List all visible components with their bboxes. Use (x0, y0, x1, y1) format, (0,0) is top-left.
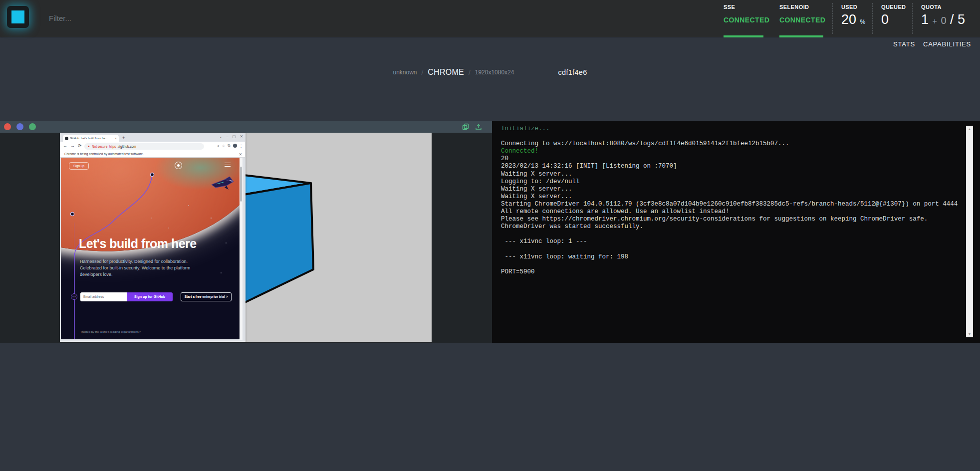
sse-status: SSE CONNECTED (724, 0, 769, 37)
remote-window-bottom-frame (60, 339, 245, 341)
window-maximize-icon: ▢ (233, 134, 236, 139)
scroll-down-icon[interactable]: ▼ (967, 332, 973, 336)
quota-label: QUOTA (921, 4, 976, 10)
log-line: Connected! (501, 148, 960, 155)
session-id[interactable]: cdf1f4e6 (558, 68, 587, 76)
used-value: 20 % (841, 12, 869, 27)
log-line: Please see https://chromedriver.chromium… (501, 216, 960, 223)
used-status: USED 20 % (841, 0, 869, 37)
vnc-screen[interactable]: GitHub: Let's build from he... × + ⌄ – ▢… (60, 133, 432, 342)
tab-close-icon: × (115, 137, 117, 140)
tab-capabilities[interactable]: CAPABILITIES (923, 40, 971, 48)
log-line: 20 (501, 155, 960, 163)
minimize-traffic-light-icon[interactable] (16, 123, 23, 130)
reload-icon: ⟳ (78, 143, 82, 148)
queued-status: QUEUED 0 (881, 0, 909, 37)
automation-infobar-text: Chrome is being controlled by automated … (64, 152, 144, 156)
log-line: Waiting X server... (501, 171, 960, 178)
remote-browser-window: GitHub: Let's build from he... × + ⌄ – ▢… (60, 133, 245, 342)
log-line: Waiting X server... (501, 186, 960, 193)
url-https-strikethrough: https (109, 145, 116, 148)
window-minimize-icon: – (226, 134, 228, 139)
hero-trusted-text: Trusted by the world's leading organizat… (80, 330, 141, 333)
window-menu-icon: ⌄ (219, 134, 222, 139)
separator: / (422, 69, 424, 76)
hero-enterprise-trial-button: Start a free enterprise trial > (181, 292, 232, 301)
panel-tabs: STATS CAPABILITIES (893, 40, 971, 48)
log-line: --- x11vnc loop: waiting for: 198 (501, 253, 960, 261)
forward-icon: → (70, 143, 75, 148)
log-line (501, 231, 960, 238)
remote-address-field: ▲ Not secure https ://github.com (84, 143, 204, 150)
remote-nav-icons: ← → ⟳ (63, 143, 82, 148)
remote-tab-title: GitHub: Let's build from he... (70, 137, 113, 140)
hero-signup-github-button: Sign up for GitHub (127, 292, 173, 301)
tab-search-icon: ⧉ (228, 143, 230, 148)
log-line: Logging to: /dev/null (501, 178, 960, 186)
quota-status: QUOTA 1 + 0 / 5 (921, 0, 976, 37)
log-line: --- x11vnc loop: 1 --- (501, 238, 960, 245)
separator: / (469, 69, 471, 76)
window-close-icon: ✕ (240, 134, 243, 139)
vnc-panel: GitHub: Let's build from he... × + ⌄ – ▢… (0, 121, 492, 343)
vnc-header (0, 121, 492, 133)
log-line: 2023/02/13 14:32:16 [INIT] [Listening on… (501, 163, 960, 170)
divider (832, 3, 833, 34)
github-logo-icon (175, 162, 182, 169)
scroll-up-icon[interactable]: ▲ (967, 127, 973, 131)
back-icon: ← (63, 143, 67, 148)
close-traffic-light-icon[interactable] (4, 123, 11, 130)
session-row[interactable]: unknown / CHROME / 1920x1080x24 cdf1f4e6 (0, 68, 980, 77)
remote-browser-action-icons: < ☆ ⧉ ⋮ (217, 143, 243, 148)
remote-page-scrollbar (240, 158, 243, 340)
url-domain: ://github.com (117, 145, 136, 148)
session-browser-info: unknown / CHROME / 1920x1080x24 (393, 68, 514, 77)
used-label: USED (841, 4, 869, 10)
profile-avatar-icon (233, 144, 237, 148)
log-line: Starting ChromeDriver 104.0.5112.79 (3cf… (501, 201, 960, 208)
share-icon: < (217, 144, 219, 148)
bookmark-star-icon: ☆ (222, 144, 225, 148)
quota-value: 1 + 0 / 5 (921, 12, 976, 27)
automation-infobar: Chrome is being controlled by automated … (60, 151, 245, 158)
sse-underline (724, 35, 763, 37)
selenoid-label: SELENOID (779, 4, 827, 10)
selenoid-underline (779, 35, 823, 37)
log-line (501, 133, 960, 140)
selenoid-value: CONNECTED (779, 16, 827, 24)
upload-icon[interactable] (475, 123, 482, 130)
filter-input[interactable] (48, 10, 208, 26)
screen-resolution: 1920x1080x24 (475, 69, 514, 76)
sse-value: CONNECTED (724, 16, 769, 24)
main-area: GitHub: Let's build from he... × + ⌄ – ▢… (0, 121, 980, 343)
queued-label: QUEUED (881, 4, 909, 10)
branch-vertical-line (74, 223, 74, 340)
log-scrollbar[interactable]: ▲ ▼ (966, 126, 973, 337)
fullscreen-traffic-light-icon[interactable] (29, 123, 36, 130)
not-secure-label: Not secure (92, 145, 107, 148)
session-log-panel: Initialize... Connecting to ws://localho… (492, 121, 980, 343)
github-hero-page: Sign up Let's build from here Harnessed … (61, 158, 243, 340)
browser-version: unknown (393, 69, 417, 76)
log-line: PORT=5900 (501, 268, 960, 276)
log-line: Initialize... (501, 125, 960, 133)
log-line (501, 246, 960, 253)
remote-browser-tab: GitHub: Let's build from he... × (63, 135, 119, 142)
top-bar: SSE CONNECTED SELENOID CONNECTED USED 20… (0, 0, 980, 37)
github-favicon-icon (65, 137, 68, 140)
divider (872, 3, 873, 34)
hero-heading: Let's build from here (79, 236, 197, 251)
divider (912, 3, 913, 34)
log-output[interactable]: Initialize... Connecting to ws://localho… (501, 125, 960, 276)
vnc-body: GitHub: Let's build from he... × + ⌄ – ▢… (0, 133, 492, 343)
selenoid-status: SELENOID CONNECTED (779, 0, 827, 37)
queued-value: 0 (881, 12, 909, 27)
log-line: ChromeDriver was started successfully. (501, 223, 960, 231)
remote-window-controls: ⌄ – ▢ ✕ (219, 134, 243, 139)
copy-icon[interactable] (462, 123, 469, 130)
remote-url-bar: ← → ⟳ ▲ Not secure https ://github.com (60, 142, 245, 151)
hero-signup-button: Sign up (69, 162, 89, 170)
infobar-close-icon: ✕ (239, 152, 242, 157)
hamburger-menu-icon (225, 163, 231, 167)
tab-stats[interactable]: STATS (893, 40, 915, 48)
